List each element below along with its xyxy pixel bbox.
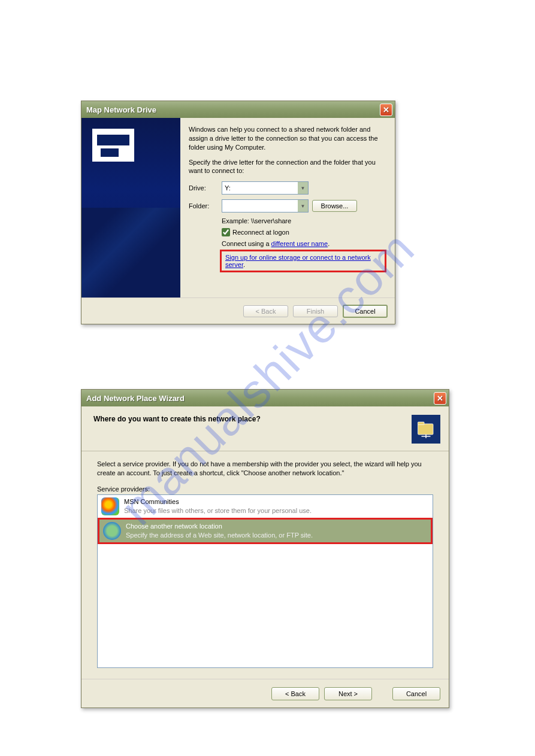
chevron-down-icon: ▼ [298,182,308,194]
back-button[interactable]: < Back [271,687,319,700]
drive-combobox[interactable]: Y: ▼ [222,181,309,195]
specify-text: Specify the drive letter for the connect… [189,158,386,176]
folder-label: Folder: [189,202,222,210]
highlight-box: Choose another network location Specify … [98,518,433,544]
wizard-header-title: Where do you want to create this network… [93,415,261,423]
close-button[interactable]: ✕ [434,392,446,405]
dialog-title: Add Network Place Wizard [86,394,185,403]
list-item-subtitle: Share your files with others, or store t… [124,506,312,515]
list-item-subtitle: Specify the address of a Web site, netwo… [126,531,313,539]
folder-network-icon [412,415,440,444]
reconnect-label: Reconnect at logon [232,229,289,236]
close-button[interactable]: ✕ [380,104,392,116]
instructions-text: Select a service provider. If you do not… [97,460,433,478]
reconnect-checkbox[interactable] [222,228,230,236]
next-button[interactable]: Next > [324,687,372,700]
different-user-link[interactable]: different user name [271,240,328,247]
list-label: Service providers: [97,485,433,493]
svg-rect-0 [418,424,434,435]
svg-rect-1 [418,422,425,425]
wizard-header: Where do you want to create this network… [81,406,449,451]
cancel-button[interactable]: Cancel [392,687,440,700]
back-button: < Back [243,305,288,317]
side-panel [81,118,180,297]
list-item-title: Choose another network location [126,522,313,530]
finish-button: Finish [293,305,338,317]
dialog-title: Map Network Drive [86,105,156,114]
close-icon: ✕ [383,105,389,114]
drive-icon [92,129,134,162]
titlebar[interactable]: Map Network Drive ✕ [81,101,395,118]
connect-prefix: Connect using a [222,240,271,247]
list-item-title: MSN Communities [124,497,312,506]
drive-value: Y: [225,184,231,192]
browse-button[interactable]: Browse... [312,200,357,212]
signup-link[interactable]: Sign up for online storage or connect to… [225,254,371,268]
add-network-place-wizard: Add Network Place Wizard ✕ Where do you … [81,389,449,708]
side-graphic [81,208,180,297]
map-network-drive-dialog: Map Network Drive ✕ Windows can help you… [81,101,395,324]
list-item[interactable]: MSN Communities Share your files with ot… [98,495,433,518]
cancel-button[interactable]: Cancel [343,305,388,318]
globe-icon [103,522,121,540]
titlebar[interactable]: Add Network Place Wizard ✕ [81,390,449,406]
close-icon: ✕ [437,394,443,403]
intro-text: Windows can help you connect to a shared… [189,125,386,152]
example-text: Example: \\server\share [222,217,386,224]
highlight-box: Sign up for online storage or connect to… [220,250,386,272]
chevron-down-icon: ▼ [298,200,308,212]
folder-combobox[interactable]: ▼ [222,199,309,212]
msn-icon [101,497,119,515]
list-item[interactable]: Choose another network location Specify … [99,520,431,542]
service-provider-list[interactable]: MSN Communities Share your files with ot… [97,494,433,668]
drive-label: Drive: [189,184,222,192]
